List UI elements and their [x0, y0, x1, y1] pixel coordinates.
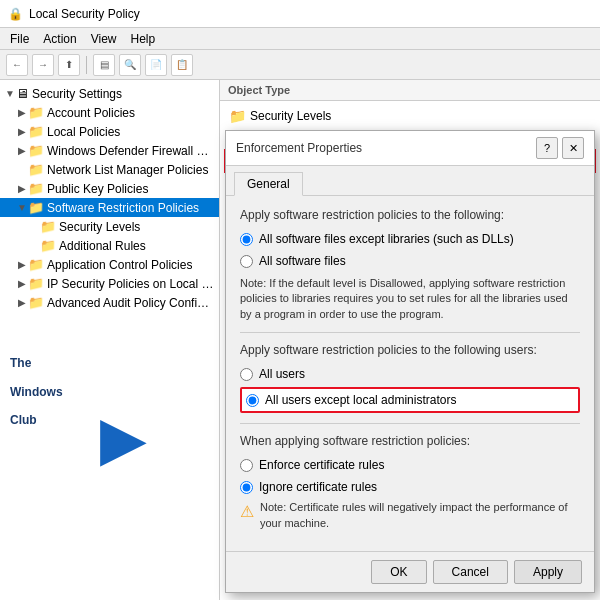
- radio2b[interactable]: [246, 394, 259, 407]
- enforcement-dialog: Enforcement Properties ? ✕ General Apply…: [225, 130, 595, 593]
- tree-item-add-rules[interactable]: 📁 Additional Rules: [0, 236, 219, 255]
- tree-item-firewall[interactable]: ▶ 📁 Windows Defender Firewall with Adva.…: [0, 141, 219, 160]
- dialog-section2: Apply software restriction policies to t…: [240, 341, 580, 413]
- apply-button[interactable]: Apply: [514, 560, 582, 584]
- divider1: [240, 332, 580, 333]
- tree-icon-addrules: 📁: [40, 238, 56, 253]
- radio3a[interactable]: [240, 459, 253, 472]
- tree-arrow-root: ▼: [4, 88, 16, 99]
- radio1b-label: All software files: [259, 252, 346, 270]
- tree-item-publickey[interactable]: ▶ 📁 Public Key Policies: [0, 179, 219, 198]
- radio3b-label: Ignore certificate rules: [259, 478, 377, 496]
- obj-label-seclevel: Security Levels: [250, 109, 331, 123]
- watermark-line3: Club: [10, 413, 37, 427]
- radio1b-row: All software files: [240, 252, 580, 270]
- dialog-footer: OK Cancel Apply: [226, 551, 594, 592]
- tree-arrow-ipsec: ▶: [16, 278, 28, 289]
- toolbar-back[interactable]: ←: [6, 54, 28, 76]
- tree-label-seclevel: Security Levels: [59, 220, 140, 234]
- tree-label-addrules: Additional Rules: [59, 239, 146, 253]
- warning-icon: ⚠: [240, 500, 254, 524]
- tab-general[interactable]: General: [234, 172, 303, 196]
- radio2a-row: All users: [240, 365, 580, 383]
- tree-panel: ▼ 🖥 Security Settings ▶ 📁 Account Polici…: [0, 80, 220, 600]
- toolbar-search[interactable]: 🔍: [119, 54, 141, 76]
- warning-text: Note: Certificate rules will negatively …: [260, 500, 580, 531]
- ok-button[interactable]: OK: [371, 560, 426, 584]
- toolbar-export[interactable]: 📄: [145, 54, 167, 76]
- dialog-title-bar: Enforcement Properties ? ✕: [226, 131, 594, 166]
- tree-item-ipsecurity[interactable]: ▶ 📁 IP Security Policies on Local Comput…: [0, 274, 219, 293]
- tree-root-icon: 🖥: [16, 86, 29, 101]
- tree-icon-appcontrol: 📁: [28, 257, 44, 272]
- dialog-help-btn[interactable]: ?: [536, 137, 558, 159]
- tree-label-local: Local Policies: [47, 125, 120, 139]
- tree-item-local-policies[interactable]: ▶ 📁 Local Policies: [0, 122, 219, 141]
- tree-arrow-firewall: ▶: [16, 145, 28, 156]
- tree-item-appcontrol[interactable]: ▶ 📁 Application Control Policies: [0, 255, 219, 274]
- toolbar-up[interactable]: ⬆: [58, 54, 80, 76]
- menu-bar: File Action View Help: [0, 28, 600, 50]
- dialog-tabs: General: [226, 166, 594, 196]
- section2-label: Apply software restriction policies to t…: [240, 341, 580, 359]
- radio2b-label: All users except local administrators: [265, 391, 456, 409]
- radio2a[interactable]: [240, 368, 253, 381]
- toolbar-separator: [86, 56, 87, 74]
- tree-icon-publickey: 📁: [28, 181, 44, 196]
- tree-icon-seclevel: 📁: [40, 219, 56, 234]
- dialog-section1: Apply software restriction policies to t…: [240, 206, 580, 322]
- toolbar: ← → ⬆ ▤ 🔍 📄 📋: [0, 50, 600, 80]
- radio2a-label: All users: [259, 365, 305, 383]
- watermark-line1: The: [10, 356, 31, 370]
- cancel-button[interactable]: Cancel: [433, 560, 508, 584]
- radio2b-row-highlighted: All users except local administrators: [240, 387, 580, 413]
- note1-text: Note: If the default level is Disallowed…: [240, 276, 580, 322]
- radio1b[interactable]: [240, 255, 253, 268]
- tree-label-network: Network List Manager Policies: [47, 163, 208, 177]
- tree-icon-audit: 📁: [28, 295, 44, 310]
- tree-root[interactable]: ▼ 🖥 Security Settings: [0, 84, 219, 103]
- menu-action[interactable]: Action: [37, 30, 82, 48]
- tree-label-firewall: Windows Defender Firewall with Adva...: [47, 144, 215, 158]
- tree-item-software-restriction[interactable]: ▼ 📁 Software Restriction Policies: [0, 198, 219, 217]
- tree-arrow-audit: ▶: [16, 297, 28, 308]
- menu-file[interactable]: File: [4, 30, 35, 48]
- radio3a-label: Enforce certificate rules: [259, 456, 384, 474]
- dialog-title: Enforcement Properties: [236, 141, 362, 155]
- tree-item-account-policies[interactable]: ▶ 📁 Account Policies: [0, 103, 219, 122]
- tree-arrow-local: ▶: [16, 126, 28, 137]
- radio1a-label: All software files except libraries (suc…: [259, 230, 514, 248]
- tree-item-security-levels[interactable]: 📁 Security Levels: [0, 217, 219, 236]
- radio3b[interactable]: [240, 481, 253, 494]
- tree-icon-software: 📁: [28, 200, 44, 215]
- obj-security-levels[interactable]: 📁 Security Levels: [224, 105, 596, 127]
- tree-label-software: Software Restriction Policies: [47, 201, 199, 215]
- toolbar-properties[interactable]: 📋: [171, 54, 193, 76]
- tree-icon-network: 📁: [28, 162, 44, 177]
- divider2: [240, 423, 580, 424]
- obj-icon-seclevel: 📁: [229, 108, 246, 124]
- radio3a-row: Enforce certificate rules: [240, 456, 580, 474]
- title-bar-icon: 🔒: [8, 7, 23, 21]
- tree-arrow-publickey: ▶: [16, 183, 28, 194]
- watermark-line2: Windows: [10, 385, 63, 399]
- tree-label-account: Account Policies: [47, 106, 135, 120]
- dialog-close-btn[interactable]: ✕: [562, 137, 584, 159]
- tree-item-audit[interactable]: ▶ 📁 Advanced Audit Policy Configuration: [0, 293, 219, 312]
- radio3b-row: Ignore certificate rules: [240, 478, 580, 496]
- dialog-section3: When applying software restriction polic…: [240, 432, 580, 531]
- warning-row: ⚠ Note: Certificate rules will negativel…: [240, 500, 580, 531]
- menu-help[interactable]: Help: [125, 30, 162, 48]
- radio1a[interactable]: [240, 233, 253, 246]
- tree-root-label: Security Settings: [32, 87, 122, 101]
- toolbar-forward[interactable]: →: [32, 54, 54, 76]
- toolbar-show-hide[interactable]: ▤: [93, 54, 115, 76]
- watermark-symbol: ▶: [100, 407, 143, 472]
- right-panel-header: Object Type: [220, 80, 600, 101]
- tree-icon-firewall: 📁: [28, 143, 44, 158]
- tree-item-network[interactable]: 📁 Network List Manager Policies: [0, 160, 219, 179]
- menu-view[interactable]: View: [85, 30, 123, 48]
- section1-label: Apply software restriction policies to t…: [240, 206, 580, 224]
- tree-icon-local: 📁: [28, 124, 44, 139]
- watermark: The Windows Club: [10, 346, 63, 432]
